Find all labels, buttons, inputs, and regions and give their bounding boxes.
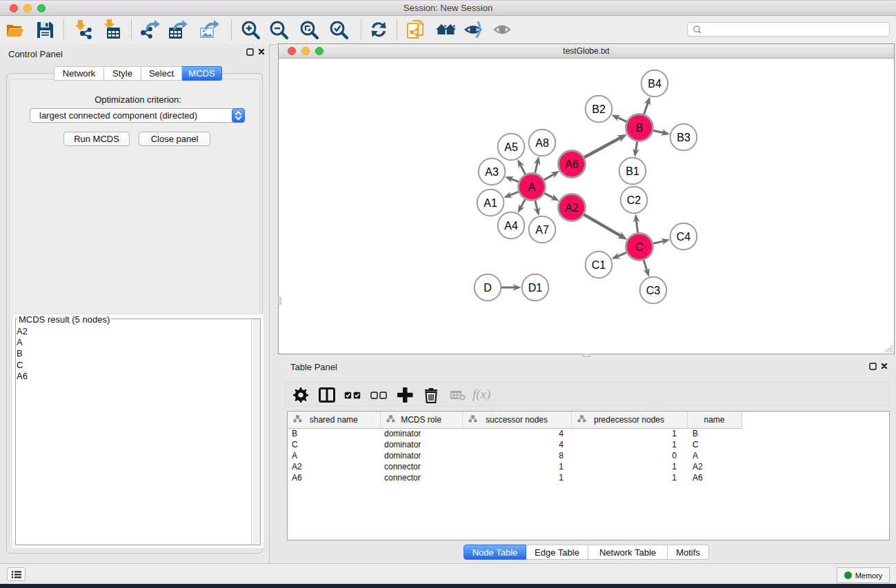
svg-text:A6: A6	[565, 159, 579, 170]
svg-text:B3: B3	[677, 132, 690, 143]
svg-text:A4: A4	[504, 220, 518, 232]
svg-text:A5: A5	[504, 141, 518, 153]
svg-text:A7: A7	[535, 224, 549, 236]
svg-text:C1: C1	[592, 259, 606, 271]
svg-text:A: A	[528, 181, 536, 193]
svg-text:B4: B4	[648, 78, 661, 90]
svg-text:A1: A1	[484, 197, 497, 209]
svg-text:C2: C2	[627, 194, 641, 206]
svg-text:C4: C4	[677, 231, 691, 243]
svg-text:C3: C3	[646, 285, 661, 296]
svg-text:f(x): f(x)	[472, 388, 490, 402]
svg-text:B1: B1	[626, 165, 639, 177]
svg-text:B2: B2	[592, 103, 606, 115]
svg-text:B: B	[636, 122, 644, 134]
svg-text:C: C	[635, 241, 644, 253]
svg-text:A2: A2	[565, 202, 579, 214]
svg-text:A8: A8	[535, 137, 549, 149]
svg-text:D: D	[484, 282, 492, 294]
svg-text:D1: D1	[528, 282, 543, 294]
svg-text:A3: A3	[485, 166, 499, 178]
